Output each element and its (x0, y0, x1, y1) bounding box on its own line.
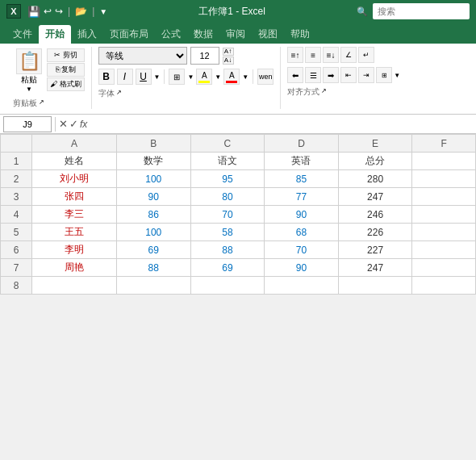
confirm-formula-icon[interactable]: ✓ (69, 118, 78, 130)
cell-r6c4[interactable]: 227 (338, 241, 412, 259)
cell-r6c3[interactable]: 70 (265, 241, 339, 259)
underline-button[interactable]: U (136, 69, 152, 85)
cut-button[interactable]: ✂ 剪切 (47, 48, 85, 62)
cell-r7c1[interactable]: 88 (116, 259, 190, 277)
cancel-formula-icon[interactable]: ✕ (59, 118, 68, 130)
align-left-button[interactable]: ⬅ (287, 67, 303, 83)
row-number-8[interactable]: 8 (1, 277, 32, 295)
align-top-button[interactable]: ≡↑ (287, 47, 303, 63)
tab-data[interactable]: 数据 (187, 25, 219, 44)
cell-r1c0[interactable]: 姓名 (32, 153, 117, 170)
cell-r5c2[interactable]: 58 (190, 224, 265, 241)
formula-input[interactable] (90, 116, 473, 132)
col-header-E[interactable]: E (338, 135, 412, 153)
cell-r4c5[interactable] (412, 206, 476, 224)
col-header-A[interactable]: A (32, 135, 117, 153)
cell-r4c0[interactable]: 李三 (32, 206, 117, 224)
cell-reference-box[interactable] (3, 116, 52, 132)
cell-r7c2[interactable]: 69 (190, 259, 265, 277)
cell-r1c4[interactable]: 总分 (338, 153, 412, 170)
cell-r3c0[interactable]: 张四 (32, 188, 117, 206)
row-number-4[interactable]: 4 (1, 206, 32, 224)
cell-r2c4[interactable]: 280 (338, 170, 412, 188)
row-number-5[interactable]: 5 (1, 224, 32, 241)
col-header-F[interactable]: F (412, 135, 476, 153)
cell-r8c4[interactable] (338, 277, 412, 295)
align-center-button[interactable]: ☰ (305, 67, 321, 83)
copy-button[interactable]: ⎘ 复制 (47, 63, 85, 77)
cell-r6c1[interactable]: 69 (116, 241, 190, 259)
align-bottom-button[interactable]: ≡↓ (323, 47, 339, 63)
cell-r2c0[interactable]: 刘小明 (32, 170, 117, 188)
cell-r8c0[interactable] (32, 277, 117, 295)
cell-r8c3[interactable] (265, 277, 339, 295)
tab-formulas[interactable]: 公式 (155, 25, 187, 44)
cell-r7c5[interactable] (412, 259, 476, 277)
italic-button[interactable]: I (117, 69, 133, 85)
cell-r7c4[interactable]: 247 (338, 259, 412, 277)
font-color-dropdown[interactable]: ▼ (242, 73, 248, 81)
paste-dropdown[interactable]: ▼ (26, 86, 32, 93)
align-middle-button[interactable]: ≡ (305, 47, 321, 63)
cell-r4c2[interactable]: 70 (190, 206, 265, 224)
cell-r6c2[interactable]: 88 (190, 241, 265, 259)
col-header-C[interactable]: C (190, 135, 265, 153)
cell-r7c0[interactable]: 周艳 (32, 259, 117, 277)
merge-center-button[interactable]: ⊞ (376, 67, 392, 83)
tab-page-layout[interactable]: 页面布局 (103, 25, 155, 44)
redo-icon[interactable]: ↪ (55, 6, 63, 17)
insert-function-icon[interactable]: fx (80, 119, 87, 130)
cell-r3c2[interactable]: 80 (190, 188, 265, 206)
cell-r4c4[interactable]: 246 (338, 206, 412, 224)
wrap-text-button2[interactable]: ↵ (358, 47, 374, 63)
cell-r1c3[interactable]: 英语 (265, 153, 339, 170)
fill-color-dropdown[interactable]: ▼ (215, 73, 221, 81)
cell-r2c5[interactable] (412, 170, 476, 188)
cell-r2c1[interactable]: 100 (116, 170, 190, 188)
format-painter-button[interactable]: 🖌 格式刷 (47, 77, 85, 91)
tab-view[interactable]: 视图 (252, 25, 284, 44)
font-size-decrease[interactable]: A↓ (223, 56, 234, 65)
align-right-button[interactable]: ➡ (323, 67, 339, 83)
row-number-7[interactable]: 7 (1, 259, 32, 277)
cell-r1c1[interactable]: 数学 (116, 153, 190, 170)
cell-r5c1[interactable]: 100 (116, 224, 190, 241)
cell-r1c5[interactable] (412, 153, 476, 170)
undo-icon[interactable]: ↩ (44, 6, 52, 17)
font-size-input[interactable] (190, 47, 219, 65)
font-size-increase[interactable]: A↑ (223, 48, 234, 56)
toolbar-dropdown-icon[interactable]: ▼ (99, 7, 107, 16)
cell-r6c5[interactable] (412, 241, 476, 259)
cell-r8c5[interactable] (412, 277, 476, 295)
row-number-1[interactable]: 1 (1, 153, 32, 170)
fill-color-button[interactable]: A (196, 69, 212, 85)
font-color-button[interactable]: A (223, 69, 240, 85)
cell-r5c3[interactable]: 68 (265, 224, 339, 241)
cell-r5c4[interactable]: 226 (338, 224, 412, 241)
text-angle-button[interactable]: ∠ (340, 47, 357, 63)
tab-help[interactable]: 帮助 (284, 25, 316, 44)
clipboard-expand-icon[interactable]: ↗ (39, 98, 44, 106)
wrap-text-button[interactable]: wen (257, 69, 273, 85)
save-icon[interactable]: 💾 (27, 6, 40, 18)
border-button[interactable]: ⊞ (169, 69, 185, 85)
row-number-2[interactable]: 2 (1, 170, 32, 188)
decrease-indent-button[interactable]: ⇤ (340, 67, 357, 83)
cell-r2c2[interactable]: 95 (190, 170, 265, 188)
cell-r3c1[interactable]: 90 (116, 188, 190, 206)
cell-r8c1[interactable] (116, 277, 190, 295)
cell-r4c3[interactable]: 90 (265, 206, 339, 224)
tab-home[interactable]: 开始 (39, 25, 71, 44)
underline-dropdown[interactable]: ▼ (154, 73, 161, 81)
increase-indent-button[interactable]: ⇥ (358, 67, 374, 83)
bold-button[interactable]: B (98, 69, 115, 85)
font-family-select[interactable]: 等线 (98, 47, 187, 65)
cell-r3c4[interactable]: 247 (338, 188, 412, 206)
cell-r8c2[interactable] (190, 277, 265, 295)
tab-insert[interactable]: 插入 (71, 25, 103, 44)
search-input[interactable] (373, 3, 470, 19)
cell-r6c0[interactable]: 李明 (32, 241, 117, 259)
paste-button[interactable]: 📋 粘贴 ▼ (13, 47, 45, 94)
col-header-D[interactable]: D (265, 135, 339, 153)
cell-r3c5[interactable] (412, 188, 476, 206)
